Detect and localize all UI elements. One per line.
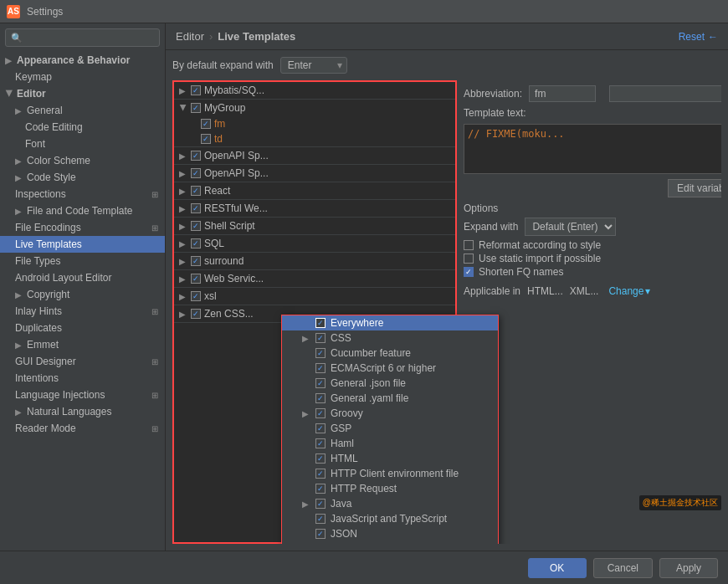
- http-client-env-checkbox[interactable]: [315, 469, 326, 479]
- dropdown-item-json-file[interactable]: ▶ General .json file: [282, 376, 498, 391]
- sidebar-item-file-code-template[interactable]: ▶ File and Code Template: [0, 202, 165, 219]
- group-checkbox-restful[interactable]: [191, 203, 201, 213]
- everywhere-checkbox[interactable]: [315, 318, 326, 328]
- description-input[interactable]: [609, 85, 721, 102]
- group-checkbox-mybatis[interactable]: [191, 85, 201, 95]
- group-checkbox-openapi1[interactable]: [191, 151, 201, 161]
- html-checkbox[interactable]: [315, 453, 326, 464]
- applicable-dropdown[interactable]: ▶ Everywhere ▶ CSS ▶ Cucumber fea: [281, 315, 499, 544]
- sidebar-item-font[interactable]: Font: [0, 136, 165, 152]
- dropdown-item-gsp[interactable]: ▶ GSP: [282, 421, 498, 436]
- template-group-header-react[interactable]: ▶ React: [174, 182, 455, 199]
- sidebar-item-inspections[interactable]: Inspections ⊞: [0, 186, 165, 202]
- dropdown-item-groovy[interactable]: ▶ Groovy: [282, 406, 498, 421]
- template-group-header-mybatis[interactable]: ▶ Mybatis/SQ...: [174, 82, 455, 99]
- sidebar-item-file-encodings[interactable]: File Encodings ⊞: [0, 219, 165, 236]
- sidebar-item-intentions[interactable]: Intentions: [0, 370, 165, 387]
- expand-with-select[interactable]: Default (Enter) Enter Tab Space: [525, 218, 616, 236]
- sidebar-item-keymap[interactable]: Keymap: [0, 69, 165, 85]
- dropdown-item-javascript[interactable]: ▶ JavaScript and TypeScript: [282, 511, 498, 526]
- sidebar-item-file-types[interactable]: File Types: [0, 253, 165, 269]
- ok-button[interactable]: OK: [528, 558, 587, 578]
- dropdown-item-css[interactable]: ▶ CSS: [282, 330, 498, 346]
- ecma-checkbox[interactable]: [315, 363, 326, 373]
- sidebar-item-color-scheme[interactable]: ▶ Color Scheme: [0, 152, 165, 169]
- java-checkbox[interactable]: [315, 499, 326, 509]
- groovy-checkbox[interactable]: [315, 408, 326, 418]
- apply-button[interactable]: Apply: [659, 558, 718, 578]
- template-group-header-mygroup[interactable]: ▶ MyGroup: [174, 100, 455, 116]
- template-group-header-restful[interactable]: ▶ RESTful We...: [174, 200, 455, 217]
- cucumber-checkbox[interactable]: [315, 348, 326, 358]
- dropdown-item-html[interactable]: ▶ HTML: [282, 451, 498, 466]
- sidebar-item-code-editing[interactable]: Code Editing: [0, 119, 165, 136]
- template-item-fm[interactable]: fm: [174, 116, 455, 131]
- change-button[interactable]: Change ▾: [605, 284, 654, 298]
- json-file-checkbox[interactable]: [315, 378, 326, 388]
- expand-with-dropdown[interactable]: Enter: [280, 57, 347, 74]
- abbreviation-input[interactable]: [529, 85, 596, 102]
- sidebar-item-copyright[interactable]: ▶ Copyright: [0, 286, 165, 303]
- dropdown-item-http-request[interactable]: ▶ HTTP Request: [282, 481, 498, 496]
- sidebar-item-editor[interactable]: ▶ Editor: [0, 85, 165, 102]
- sidebar-item-general[interactable]: ▶ General: [0, 102, 165, 119]
- shorten-checkbox[interactable]: [464, 267, 474, 277]
- group-checkbox-react[interactable]: [191, 186, 201, 196]
- template-group-mybatis: ▶ Mybatis/SQ...: [174, 82, 455, 100]
- gsp-checkbox[interactable]: [315, 423, 326, 433]
- group-checkbox-openapi2[interactable]: [191, 168, 201, 178]
- template-item-td[interactable]: td: [174, 131, 455, 146]
- reformat-checkbox[interactable]: [464, 240, 474, 250]
- group-checkbox-webservices[interactable]: [191, 274, 201, 284]
- template-text-area[interactable]: // FIXME(moku...: [464, 124, 721, 174]
- template-group-header-webservices[interactable]: ▶ Web Servic...: [174, 270, 455, 287]
- sidebar-item-inlay-hints[interactable]: Inlay Hints ⊞: [0, 303, 165, 320]
- sidebar-item-gui-designer[interactable]: GUI Designer ⊞: [0, 353, 165, 370]
- dropdown-item-json[interactable]: ▶ JSON: [282, 526, 498, 541]
- arrow-icon: ▶: [179, 169, 187, 178]
- json-checkbox[interactable]: [315, 529, 326, 539]
- dropdown-item-ecma[interactable]: ▶ ECMAScript 6 or higher: [282, 361, 498, 376]
- dropdown-item-http-client-env[interactable]: ▶ HTTP Client environment file: [282, 466, 498, 481]
- group-checkbox-surround[interactable]: [191, 256, 201, 266]
- static-import-checkbox[interactable]: [464, 254, 474, 264]
- group-checkbox-zen[interactable]: [191, 309, 201, 319]
- css-checkbox[interactable]: [315, 333, 326, 343]
- template-group-header-shell[interactable]: ▶ Shell Script: [174, 218, 455, 234]
- template-group-header-sql[interactable]: ▶ SQL: [174, 235, 455, 252]
- sidebar-item-android-layout-editor[interactable]: Android Layout Editor: [0, 269, 165, 286]
- cancel-button[interactable]: Cancel: [593, 558, 653, 578]
- sidebar-item-reader-mode[interactable]: Reader Mode ⊞: [0, 420, 165, 437]
- template-group-header-openapi1[interactable]: ▶ OpenAPI Sp...: [174, 147, 455, 164]
- group-checkbox-mygroup[interactable]: [191, 103, 201, 113]
- reset-button[interactable]: Reset ←: [679, 31, 718, 43]
- sidebar-item-duplicates[interactable]: Duplicates: [0, 320, 165, 336]
- dropdown-item-yaml-file[interactable]: ▶ General .yaml file: [282, 391, 498, 406]
- sidebar-item-language-injections[interactable]: Language Injections ⊞: [0, 387, 165, 403]
- template-group-header-openapi2[interactable]: ▶ OpenAPI Sp...: [174, 165, 455, 182]
- edit-variables-button[interactable]: Edit variables: [668, 179, 721, 197]
- sidebar-item-live-templates[interactable]: Live Templates: [0, 236, 165, 253]
- dropdown-item-jsp[interactable]: ▶ JSP: [282, 541, 498, 544]
- sidebar-item-natural-languages[interactable]: ▶ Natural Languages: [0, 403, 165, 420]
- item-checkbox-fm[interactable]: [201, 119, 211, 129]
- item-checkbox-td[interactable]: [201, 134, 211, 144]
- search-input[interactable]: [26, 32, 154, 44]
- group-checkbox-xsl[interactable]: [191, 291, 201, 301]
- http-request-checkbox[interactable]: [315, 484, 326, 494]
- sidebar-item-appearance[interactable]: ▶ Appearance & Behavior: [0, 52, 165, 69]
- template-group-header-surround[interactable]: ▶ surround: [174, 253, 455, 269]
- haml-checkbox[interactable]: [315, 438, 326, 448]
- sidebar-item-emmet[interactable]: ▶ Emmet: [0, 336, 165, 353]
- javascript-checkbox[interactable]: [315, 514, 326, 524]
- yaml-file-checkbox[interactable]: [315, 393, 326, 403]
- template-group-header-xsl[interactable]: ▶ xsl: [174, 288, 455, 305]
- dropdown-item-cucumber[interactable]: ▶ Cucumber feature: [282, 346, 498, 361]
- dropdown-item-haml[interactable]: ▶ Haml: [282, 436, 498, 451]
- search-box[interactable]: 🔍: [5, 28, 160, 47]
- dropdown-item-java[interactable]: ▶ Java: [282, 496, 498, 511]
- sidebar-item-code-style[interactable]: ▶ Code Style: [0, 169, 165, 186]
- group-checkbox-sql[interactable]: [191, 238, 201, 248]
- dropdown-item-everywhere[interactable]: ▶ Everywhere: [282, 315, 498, 330]
- group-checkbox-shell[interactable]: [191, 221, 201, 231]
